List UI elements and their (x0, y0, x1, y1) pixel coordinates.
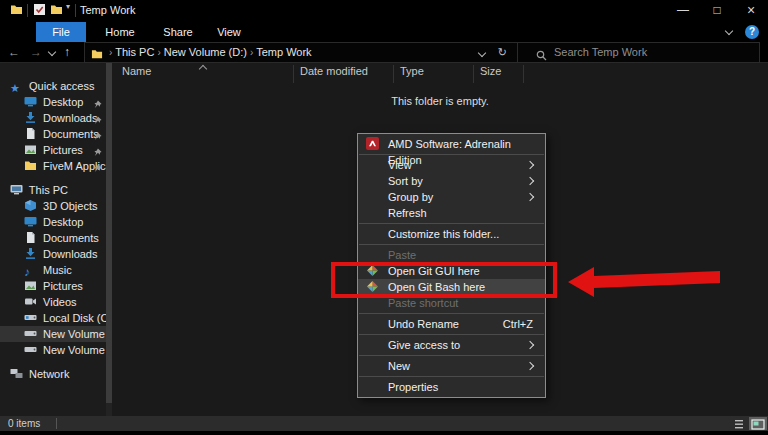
pin-icon (93, 161, 102, 174)
amd-icon (366, 137, 379, 154)
details-view-button[interactable] (730, 417, 748, 430)
drive-icon (24, 327, 40, 342)
menu-separator (359, 313, 544, 314)
thumbnail-view-button[interactable] (749, 417, 767, 430)
ribbon-tab-row: File Home Share View ? (0, 22, 768, 42)
cube-icon (24, 199, 40, 214)
qat-properties-icon[interactable] (33, 3, 46, 18)
menu-item-group-by[interactable]: Group by (358, 189, 545, 205)
sidebar-item-desktop-pinned[interactable]: Desktop (0, 94, 106, 110)
tab-home[interactable]: Home (98, 22, 142, 42)
sidebar-item-videos[interactable]: Videos (0, 294, 106, 310)
submenu-chevron-icon (526, 193, 534, 201)
menu-item-new[interactable]: New (358, 358, 545, 374)
breadcrumb: › This PC › New Volume (D:) › Temp Work (109, 46, 312, 58)
sidebar-scrollbar[interactable] (106, 63, 112, 416)
search-box[interactable]: Search Temp Work (517, 42, 760, 63)
pin-icon (93, 97, 102, 110)
tab-file[interactable]: File (36, 22, 86, 42)
video-camera-icon (24, 295, 40, 310)
sidebar-scrollbar-thumb[interactable] (106, 63, 112, 403)
title-bar: ▾ Temp Work — □ × (0, 0, 768, 22)
annotation-arrow (558, 258, 726, 304)
menu-item-view[interactable]: View (358, 157, 545, 173)
recent-locations-chevron-icon[interactable] (48, 48, 56, 56)
empty-folder-message: This folder is empty. (360, 95, 520, 107)
menu-item-properties[interactable]: Properties (358, 379, 545, 395)
address-dropdown-chevron-icon[interactable] (478, 49, 486, 57)
tab-share[interactable]: Share (156, 22, 200, 42)
menu-separator (359, 376, 544, 377)
search-placeholder: Search Temp Work (554, 46, 647, 58)
sidebar-item-fivem-folder-pinned[interactable]: FiveM Applicatic (0, 158, 106, 174)
sidebar-item-new-volume-d[interactable]: New Volume (D:) (0, 326, 106, 342)
picture-icon (24, 143, 40, 158)
sidebar-item-downloads[interactable]: Downloads (0, 246, 106, 262)
sidebar-item-downloads-pinned[interactable]: Downloads (0, 110, 106, 126)
menu-item-sort-by[interactable]: Sort by (358, 173, 545, 189)
menu-separator (359, 244, 544, 245)
column-header-name[interactable]: Name (122, 65, 151, 77)
sidebar-item-network[interactable]: Network (0, 366, 106, 382)
address-bar[interactable]: › This PC › New Volume (D:) › Temp Work … (84, 42, 518, 63)
breadcrumb-drive[interactable]: New Volume (D:) (164, 46, 247, 58)
breadcrumb-this-pc[interactable]: This PC (115, 46, 154, 58)
titlebar-separator (27, 4, 28, 17)
help-icon[interactable]: ? (745, 25, 759, 39)
sidebar-item-documents-pinned[interactable]: Documents (0, 126, 106, 142)
navigation-pane: ★ Quick access Desktop Downloads Documen… (0, 63, 106, 416)
sidebar-item-pictures-pinned[interactable]: Pictures (0, 142, 106, 158)
breadcrumb-folder-icon (91, 46, 103, 64)
submenu-chevron-icon (526, 161, 534, 169)
ribbon-collapse-chevron-icon[interactable] (725, 27, 733, 35)
up-arrow-icon[interactable]: ↑ (64, 44, 70, 60)
tab-view[interactable]: View (208, 22, 250, 42)
minimize-button[interactable]: — (666, 0, 700, 22)
document-icon (24, 127, 40, 142)
address-row: ← → ↑ › This PC › New Volume (D:) › Temp… (0, 42, 768, 63)
menu-separator (359, 334, 544, 335)
star-icon: ★ (10, 80, 26, 94)
submenu-chevron-icon (526, 341, 534, 349)
download-arrow-icon (24, 247, 40, 262)
sidebar-item-quick-access[interactable]: ★ Quick access (0, 78, 106, 94)
menu-item-paste: Paste (358, 247, 545, 263)
menu-item-amd-software[interactable]: AMD Software: Adrenalin Edition (358, 136, 545, 152)
explorer-window: ▾ Temp Work — □ × File Home Share View ?… (0, 0, 768, 435)
sidebar-item-local-disk-c[interactable]: Local Disk (C:) (0, 310, 106, 326)
sidebar-item-3d-objects[interactable]: 3D Objects (0, 198, 106, 214)
back-arrow-icon[interactable]: ← (8, 44, 20, 60)
pin-icon (93, 129, 102, 142)
refresh-icon[interactable]: ↻ (498, 46, 507, 59)
menu-item-refresh[interactable]: Refresh (358, 205, 545, 221)
sidebar-item-music[interactable]: ♪ Music (0, 262, 106, 278)
item-count: 0 items (8, 418, 40, 429)
music-note-icon: ♪ (24, 264, 40, 278)
maximize-button[interactable]: □ (700, 0, 734, 22)
drive-icon (24, 343, 40, 358)
shortcut-label: Ctrl+Z (503, 316, 533, 332)
sidebar-item-pictures[interactable]: Pictures (0, 278, 106, 294)
monitor-icon (24, 215, 40, 230)
menu-item-customize-this-folder[interactable]: Customize this folder... (358, 226, 545, 242)
window-title: Temp Work (80, 4, 135, 16)
column-header-date-modified[interactable]: Date modified (300, 65, 368, 77)
column-header-type[interactable]: Type (400, 65, 424, 77)
document-icon (24, 231, 40, 246)
pin-icon (93, 145, 102, 158)
sidebar-item-desktop[interactable]: Desktop (0, 214, 106, 230)
close-button[interactable]: × (734, 0, 768, 22)
column-header-size[interactable]: Size (480, 65, 501, 77)
app-folder-icon (10, 3, 23, 18)
sidebar-item-this-pc[interactable]: This PC (0, 182, 106, 198)
qat-dropdown-icon[interactable]: ▾ (66, 2, 70, 11)
folder-icon (24, 159, 40, 174)
menu-item-give-access-to[interactable]: Give access to (358, 337, 545, 353)
sidebar-item-new-volume-g[interactable]: New Volume (G:) (0, 342, 106, 358)
monitor-icon (24, 95, 40, 110)
sidebar-item-documents[interactable]: Documents (0, 230, 106, 246)
menu-item-undo-rename[interactable]: Undo Rename Ctrl+Z (358, 316, 545, 332)
breadcrumb-folder[interactable]: Temp Work (256, 46, 311, 58)
forward-arrow-icon[interactable]: → (30, 44, 42, 60)
qat-new-folder-icon[interactable] (50, 3, 63, 18)
